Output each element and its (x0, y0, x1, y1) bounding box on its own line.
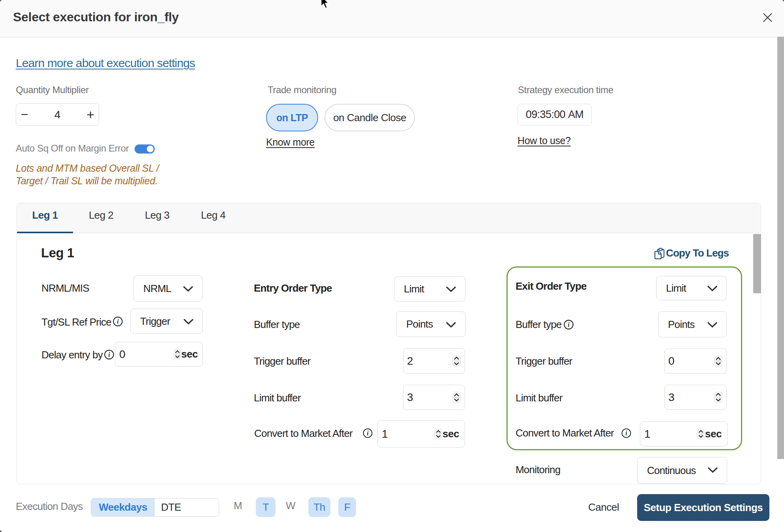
svg-text:i: i (117, 318, 119, 325)
svg-text:i: i (108, 351, 110, 358)
svg-text:i: i (625, 430, 627, 436)
svg-text:i: i (367, 430, 369, 436)
svg-text:i: i (568, 321, 570, 328)
